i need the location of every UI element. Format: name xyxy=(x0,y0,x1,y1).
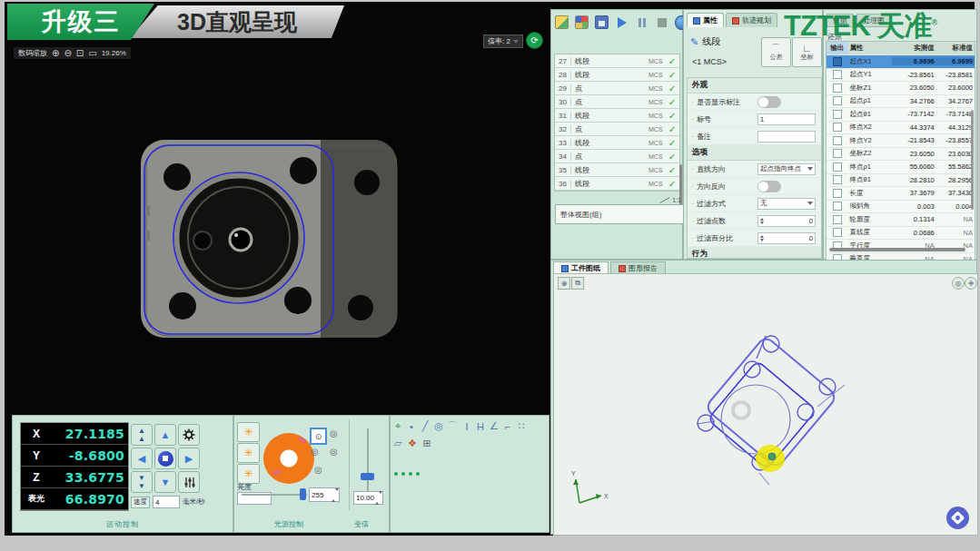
output-checkbox[interactable] xyxy=(833,228,842,237)
jog-y-down-button[interactable]: ▼ xyxy=(154,471,176,493)
result-row[interactable]: 长度37.367937.3430 xyxy=(827,187,975,201)
sequence-row[interactable]: 36线段MCS✓ xyxy=(555,177,679,191)
angle-tool-icon[interactable]: ∠ xyxy=(490,420,499,432)
line-direction-select[interactable]: 起点指向终点 xyxy=(757,163,816,175)
light-mode-ring-icon[interactable]: ◎ xyxy=(330,428,338,438)
output-checkbox[interactable] xyxy=(833,70,842,79)
result-row[interactable]: 起点X16.96966.9699 xyxy=(827,55,975,69)
show-annotation-toggle[interactable] xyxy=(757,96,781,108)
zoom-slider-handle[interactable] xyxy=(361,473,374,480)
result-row[interactable]: 轮廓度0.1314NA xyxy=(827,213,975,227)
region-zoom-icon[interactable]: ▭ xyxy=(88,49,96,58)
drawing-canvas[interactable]: Y X ⊕ ⧉ ◎ ✛ xyxy=(553,273,978,536)
sequence-row[interactable]: 28线段MCS✓ xyxy=(555,68,679,82)
calculator-tool-icon[interactable]: ⊞ xyxy=(422,438,431,449)
result-row[interactable]: 终点ρ155.606055.5862 xyxy=(827,161,975,174)
palette-icon[interactable] xyxy=(575,15,589,29)
surface-light-button[interactable]: ✳ xyxy=(237,422,260,442)
plane-tool-icon[interactable]: ▱ xyxy=(393,438,402,449)
output-checkbox[interactable] xyxy=(833,57,842,66)
light-mode-multi-icon[interactable]: ◎ xyxy=(330,447,338,457)
magnification-select[interactable]: 倍率: 2 xyxy=(483,34,523,48)
results-vscrollbar[interactable] xyxy=(971,110,974,210)
view-layers-icon[interactable]: ⧉ xyxy=(571,277,584,290)
output-checkbox[interactable] xyxy=(833,215,842,224)
zoom-value-spinner[interactable]: 10.00 xyxy=(353,491,383,505)
fit-view-icon[interactable]: ⊡ xyxy=(76,49,84,58)
result-row[interactable]: 直线度0.0686NA xyxy=(827,227,975,241)
cloud-tool-icon[interactable]: ∷ xyxy=(517,420,526,432)
output-checkbox[interactable] xyxy=(833,123,842,132)
width-tool-icon[interactable]: H xyxy=(476,421,485,432)
jog-x-left-button[interactable]: ◀ xyxy=(131,448,153,469)
result-row[interactable]: 终点Y2-21.8543-23.8557 xyxy=(827,134,975,148)
output-checkbox[interactable] xyxy=(833,175,842,184)
light-mode-quad-icon[interactable]: ◎ xyxy=(311,447,319,457)
axis-settings-icon[interactable] xyxy=(178,471,200,493)
output-checkbox[interactable] xyxy=(833,136,842,145)
zoom-in-icon[interactable]: ⊕ xyxy=(52,49,59,58)
output-checkbox[interactable] xyxy=(833,202,842,211)
coaxial-light-button[interactable]: ✳ xyxy=(237,464,260,484)
zoom-out-icon[interactable]: ⊖ xyxy=(64,49,71,58)
sequence-row[interactable]: 29点MCS✓ xyxy=(555,82,679,95)
tab-graphic-report[interactable]: 图形报告 xyxy=(610,261,666,274)
point-tool-icon[interactable]: • xyxy=(407,421,416,432)
arc-tool-icon[interactable]: ⌒ xyxy=(448,419,458,433)
jog-stop-button[interactable] xyxy=(154,448,176,469)
sequence-row[interactable]: 33线段MCS✓ xyxy=(555,136,679,150)
result-row[interactable]: 坐标Z223.605023.6030 xyxy=(827,148,975,162)
jog-z-up-button[interactable]: ▲▲ xyxy=(131,424,153,446)
result-row[interactable]: 起点ρ134.276634.2767 xyxy=(827,95,975,109)
ring-light-diagram[interactable] xyxy=(263,433,314,484)
tab-properties[interactable]: 属性 xyxy=(687,13,724,27)
sequence-row[interactable]: 30点MCS✓ xyxy=(555,95,679,109)
jog-y-up-button[interactable]: ▲ xyxy=(154,424,176,446)
result-row[interactable]: 终点θ128.281028.2956 xyxy=(827,174,975,188)
output-checkbox[interactable] xyxy=(833,162,842,172)
label-no-input[interactable]: 1 xyxy=(757,113,816,125)
filter-percent-spinner[interactable]: 0 xyxy=(757,232,816,244)
sequence-row[interactable]: 32点MCS✓ xyxy=(555,123,679,136)
save-icon[interactable] xyxy=(595,15,609,29)
tab-trajectory[interactable]: 轨迹规划 xyxy=(726,13,777,27)
output-checkbox[interactable] xyxy=(833,149,842,158)
brightness-value-spinner[interactable]: 255 xyxy=(309,487,340,502)
contour-light-button[interactable]: ✳ xyxy=(237,443,260,463)
zoom-slider-track[interactable] xyxy=(367,428,369,494)
remark-input[interactable] xyxy=(757,131,816,143)
output-checkbox[interactable] xyxy=(833,96,842,105)
output-checkbox[interactable] xyxy=(833,84,842,93)
jog-z-down-button[interactable]: ▼▼ xyxy=(131,471,153,493)
result-row[interactable]: 起点Y1-23.8561-23.8581 xyxy=(827,69,975,83)
filter-mode-select[interactable]: 无 xyxy=(757,198,816,210)
view-target-icon[interactable]: ◎ xyxy=(952,277,965,290)
sequence-row[interactable]: 35线段MCS✓ xyxy=(555,163,679,177)
tab-workpiece-drawing[interactable]: 工件图纸 xyxy=(553,261,609,274)
result-row[interactable]: 终点X244.337444.3129 xyxy=(827,122,975,135)
brightness-slider-handle[interactable] xyxy=(300,488,306,500)
sequence-row[interactable]: 34点MCS✓ xyxy=(555,150,679,163)
results-hscrollbar[interactable] xyxy=(829,248,965,251)
result-row[interactable]: 起点θ1-73.7142-73.7148 xyxy=(827,108,975,122)
reverse-direction-toggle[interactable] xyxy=(757,181,781,192)
corner-tool-icon[interactable]: ⌐ xyxy=(503,421,512,432)
speed-input[interactable]: 4 xyxy=(153,496,180,508)
view-crosshair-icon[interactable]: ✛ xyxy=(965,277,977,290)
result-row[interactable]: 倾斜角0.0030.004 xyxy=(827,201,975,214)
csys-tool-icon[interactable]: ⌖ xyxy=(393,420,402,432)
brightness-slider-track[interactable] xyxy=(242,494,307,496)
refresh-button[interactable]: ⟳ xyxy=(526,32,543,49)
run-button[interactable] xyxy=(615,15,629,29)
light-mode-flat-icon[interactable]: ⊙ xyxy=(310,428,327,445)
filter-points-spinner[interactable]: 0 xyxy=(757,215,816,227)
circle-tool-icon[interactable]: ◎ xyxy=(434,420,443,432)
view-zoom-icon[interactable]: ⊕ xyxy=(558,277,570,290)
new-program-icon[interactable] xyxy=(555,15,569,29)
pause-button[interactable] xyxy=(635,15,648,29)
jog-x-right-button[interactable]: ▶ xyxy=(178,448,200,469)
camera-view[interactable]: 数码缩放 ⊕ ⊖ ⊡ ▭ 19.26% 倍率: 2 ⟳ xyxy=(12,44,549,415)
group-tool-icon[interactable]: ❖ xyxy=(408,438,417,449)
group-item[interactable]: 整体视图(组) 1:1 xyxy=(555,204,684,224)
sequence-row[interactable]: 27线段MCS✓ xyxy=(555,54,679,68)
